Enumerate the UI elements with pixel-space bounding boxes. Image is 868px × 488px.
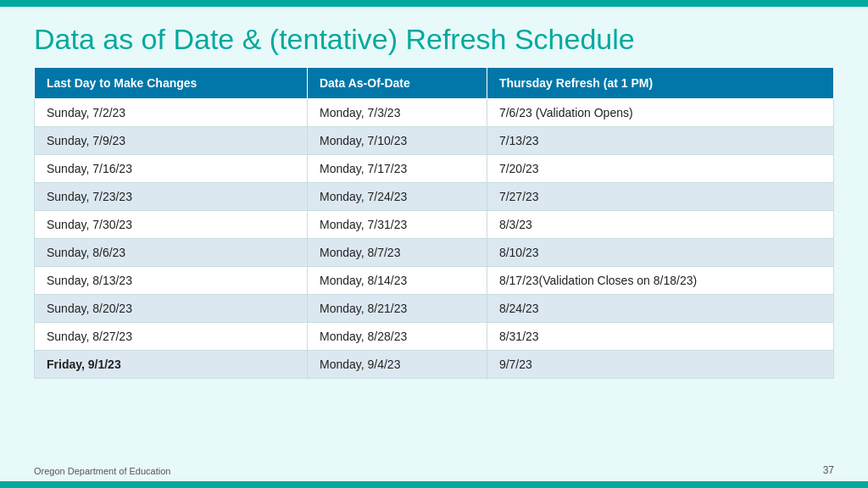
table-cell: 7/20/23 [487,154,833,182]
top-border [0,0,868,7]
table-cell: Sunday, 8/27/23 [35,322,308,350]
table-row: Sunday, 7/23/23Monday, 7/24/237/27/23 [35,182,834,210]
table-cell: Sunday, 8/20/23 [35,294,308,322]
table-cell: Sunday, 8/6/23 [35,238,308,266]
page-number: 37 [823,464,834,476]
table-row: Sunday, 7/30/23Monday, 7/31/238/3/23 [35,210,834,238]
bottom-border [0,481,868,488]
table-cell: Sunday, 7/9/23 [35,126,308,154]
slide-title: Data as of Date & (tentative) Refresh Sc… [0,7,868,67]
table-cell: Monday, 8/21/23 [307,294,487,322]
table-cell: Monday, 7/24/23 [307,182,487,210]
table-cell: Monday, 7/3/23 [307,98,487,126]
table-cell: Monday, 7/10/23 [307,126,487,154]
table-row: Sunday, 7/9/23Monday, 7/10/237/13/23 [35,126,834,154]
table-cell: 9/7/23 [487,350,833,378]
table-cell: Monday, 8/14/23 [307,266,487,294]
table-cell: 7/6/23 (Validation Opens) [487,98,833,126]
table-cell: 8/17/23(Validation Closes on 8/18/23) [487,266,833,294]
table-cell: 7/13/23 [487,126,833,154]
content-area: Last Day to Make Changes Data As-Of-Date… [0,67,868,488]
schedule-table: Last Day to Make Changes Data As-Of-Date… [34,67,834,379]
table-row: Sunday, 8/6/23Monday, 8/7/238/10/23 [35,238,834,266]
table-row: Sunday, 8/27/23Monday, 8/28/238/31/23 [35,322,834,350]
table-cell: Monday, 7/31/23 [307,210,487,238]
table-cell: 8/31/23 [487,322,833,350]
table-cell: Sunday, 7/23/23 [35,182,308,210]
table-row: Sunday, 8/20/23Monday, 8/21/238/24/23 [35,294,834,322]
table-row: Sunday, 7/2/23Monday, 7/3/237/6/23 (Vali… [35,98,834,126]
slide: Data as of Date & (tentative) Refresh Sc… [0,0,868,488]
table-row: Sunday, 7/16/23Monday, 7/17/237/20/23 [35,154,834,182]
table-cell: 8/10/23 [487,238,833,266]
table-row: Sunday, 8/13/23Monday, 8/14/238/17/23(Va… [35,266,834,294]
footer-org: Oregon Department of Education [34,466,170,476]
table-cell: 7/27/23 [487,182,833,210]
table-cell: Sunday, 7/16/23 [35,154,308,182]
table-header-row: Last Day to Make Changes Data As-Of-Date… [35,67,834,98]
table-cell: Sunday, 7/30/23 [35,210,308,238]
table-cell: 8/3/23 [487,210,833,238]
table-row: Friday, 9/1/23Monday, 9/4/239/7/23 [35,350,834,378]
table-cell: Monday, 9/4/23 [307,350,487,378]
col-header-data-asof: Data As-Of-Date [307,67,487,98]
table-cell: 8/24/23 [487,294,833,322]
col-header-thursday: Thursday Refresh (at 1 PM) [487,67,833,98]
table-cell: Monday, 7/17/23 [307,154,487,182]
table-cell: Monday, 8/7/23 [307,238,487,266]
table-cell: Friday, 9/1/23 [35,350,308,378]
table-cell: Sunday, 7/2/23 [35,98,308,126]
col-header-last-day: Last Day to Make Changes [35,67,308,98]
table-cell: Sunday, 8/13/23 [35,266,308,294]
table-cell: Monday, 8/28/23 [307,322,487,350]
